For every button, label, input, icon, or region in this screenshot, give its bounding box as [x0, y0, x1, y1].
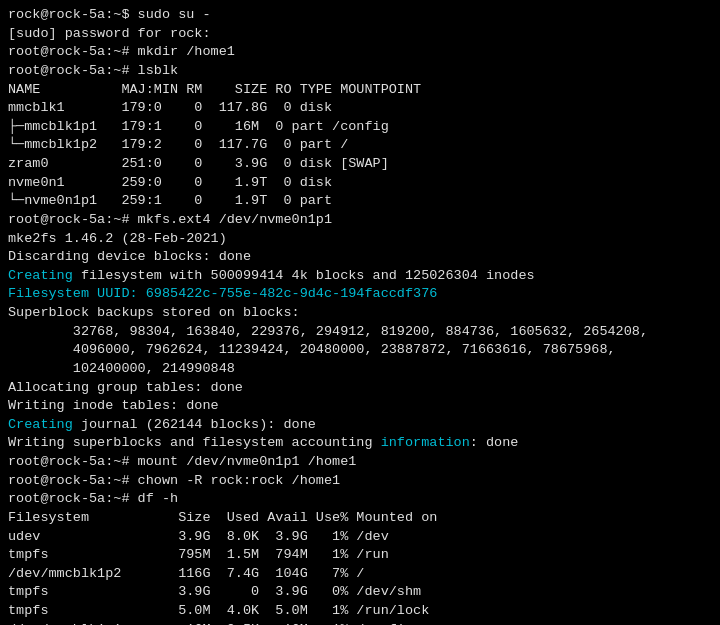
terminal-line-l19: 4096000, 7962624, 11239424, 20480000, 23… [8, 341, 712, 360]
terminal-line-l23: Writing inode tables: done [8, 397, 712, 416]
terminal-line-l22: Allocating group tables: done [8, 379, 712, 398]
terminal-line-l25: Writing superblocks and filesystem accou… [8, 434, 712, 453]
terminal-line-l24: Creating journal (262144 blocks): done [8, 416, 712, 435]
terminal-line-l12: root@rock-5a:~# mkfs.ext4 /dev/nvme0n1p1 [8, 211, 712, 230]
terminal-line-l18: 32768, 98304, 163840, 229376, 294912, 81… [8, 323, 712, 342]
terminal-line-l17: Superblock backups stored on blocks: [8, 304, 712, 323]
terminal-line-l4: root@rock-5a:~# lsblk [8, 62, 712, 81]
terminal-window: rock@rock-5a:~$ sudo su -[sudo] password… [0, 0, 720, 625]
terminal-line-l7: ├─mmcblk1p1 179:1 0 16M 0 part /config [8, 118, 712, 137]
terminal-line-l33: /dev/mmcblk1p2 116G 7.4G 104G 7% / [8, 565, 712, 584]
terminal-line-l6: mmcblk1 179:0 0 117.8G 0 disk [8, 99, 712, 118]
terminal-line-l5: NAME MAJ:MIN RM SIZE RO TYPE MOUNTPOINT [8, 81, 712, 100]
terminal-line-l16: Filesystem UUID: 6985422c-755e-482c-9d4c… [8, 285, 712, 304]
terminal-line-l9: zram0 251:0 0 3.9G 0 disk [SWAP] [8, 155, 712, 174]
terminal-line-l28: root@rock-5a:~# chown -R rock:rock /home… [8, 472, 712, 491]
terminal-line-l11: └─nvme0n1p1 259:1 0 1.9T 0 part [8, 192, 712, 211]
terminal-line-l8: └─mmcblk1p2 179:2 0 117.7G 0 part / [8, 136, 712, 155]
terminal-line-l15: Creating filesystem with 500099414 4k bl… [8, 267, 712, 286]
terminal-output: rock@rock-5a:~$ sudo su -[sudo] password… [8, 6, 712, 625]
terminal-line-l2: [sudo] password for rock: [8, 25, 712, 44]
terminal-line-l35: tmpfs 5.0M 4.0K 5.0M 1% /run/lock [8, 602, 712, 621]
terminal-line-l27: root@rock-5a:~# mount /dev/nvme0n1p1 /ho… [8, 453, 712, 472]
terminal-line-l14: Discarding device blocks: done [8, 248, 712, 267]
terminal-line-l10: nvme0n1 259:0 0 1.9T 0 disk [8, 174, 712, 193]
terminal-line-l29: root@rock-5a:~# df -h [8, 490, 712, 509]
terminal-line-l30: Filesystem Size Used Avail Use% Mounted … [8, 509, 712, 528]
terminal-line-l3: root@rock-5a:~# mkdir /home1 [8, 43, 712, 62]
terminal-line-l32: tmpfs 795M 1.5M 794M 1% /run [8, 546, 712, 565]
terminal-line-l1: rock@rock-5a:~$ sudo su - [8, 6, 712, 25]
terminal-line-l36: /dev/mmcblk1p1 16M 2.5K 16M 1% /config [8, 621, 712, 625]
terminal-line-l34: tmpfs 3.9G 0 3.9G 0% /dev/shm [8, 583, 712, 602]
terminal-line-l31: udev 3.9G 8.0K 3.9G 1% /dev [8, 528, 712, 547]
terminal-line-l13: mke2fs 1.46.2 (28-Feb-2021) [8, 230, 712, 249]
terminal-line-l20: 102400000, 214990848 [8, 360, 712, 379]
